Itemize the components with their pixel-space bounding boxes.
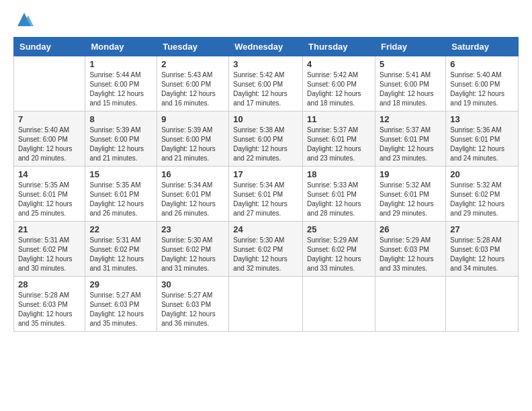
day-info: Sunrise: 5:31 AM Sunset: 6:02 PM Dayligh… xyxy=(18,236,81,273)
day-number: 10 xyxy=(233,114,298,124)
calendar-cell: 25Sunrise: 5:29 AM Sunset: 6:02 PM Dayli… xyxy=(303,222,375,277)
day-info: Sunrise: 5:32 AM Sunset: 6:02 PM Dayligh… xyxy=(450,181,514,218)
calendar-cell: 18Sunrise: 5:33 AM Sunset: 6:01 PM Dayli… xyxy=(303,167,375,222)
logo xyxy=(13,10,34,29)
day-info: Sunrise: 5:28 AM Sunset: 6:03 PM Dayligh… xyxy=(450,236,514,273)
logo-icon xyxy=(15,10,34,29)
calendar-cell: 4Sunrise: 5:42 AM Sunset: 6:00 PM Daylig… xyxy=(303,56,375,111)
day-number: 25 xyxy=(307,224,371,234)
calendar-cell: 14Sunrise: 5:35 AM Sunset: 6:01 PM Dayli… xyxy=(14,167,85,222)
day-number: 17 xyxy=(233,169,298,179)
day-number: 11 xyxy=(307,114,371,124)
day-number: 6 xyxy=(450,59,514,69)
calendar-cell: 21Sunrise: 5:31 AM Sunset: 6:02 PM Dayli… xyxy=(14,222,85,277)
day-info: Sunrise: 5:34 AM Sunset: 6:01 PM Dayligh… xyxy=(161,181,224,218)
week-row-5: 28Sunrise: 5:28 AM Sunset: 6:03 PM Dayli… xyxy=(14,277,519,332)
day-number: 23 xyxy=(161,224,224,234)
calendar-cell xyxy=(14,56,85,111)
day-info: Sunrise: 5:39 AM Sunset: 6:00 PM Dayligh… xyxy=(161,126,224,163)
day-info: Sunrise: 5:32 AM Sunset: 6:01 PM Dayligh… xyxy=(380,181,441,218)
day-info: Sunrise: 5:37 AM Sunset: 6:01 PM Dayligh… xyxy=(307,126,371,163)
col-header-monday: Monday xyxy=(85,38,157,56)
day-number: 13 xyxy=(450,114,514,124)
day-number: 27 xyxy=(450,224,514,234)
col-header-saturday: Saturday xyxy=(446,38,519,56)
calendar-cell: 5Sunrise: 5:41 AM Sunset: 6:00 PM Daylig… xyxy=(375,56,445,111)
calendar-cell: 23Sunrise: 5:30 AM Sunset: 6:02 PM Dayli… xyxy=(157,222,229,277)
calendar-header-row: SundayMondayTuesdayWednesdayThursdayFrid… xyxy=(14,38,519,56)
col-header-tuesday: Tuesday xyxy=(157,38,229,56)
day-info: Sunrise: 5:42 AM Sunset: 6:00 PM Dayligh… xyxy=(307,71,371,108)
calendar-cell: 26Sunrise: 5:29 AM Sunset: 6:03 PM Dayli… xyxy=(375,222,445,277)
day-info: Sunrise: 5:29 AM Sunset: 6:03 PM Dayligh… xyxy=(380,236,441,273)
calendar-cell: 24Sunrise: 5:30 AM Sunset: 6:02 PM Dayli… xyxy=(229,222,303,277)
calendar-cell: 1Sunrise: 5:44 AM Sunset: 6:00 PM Daylig… xyxy=(85,56,157,111)
calendar-cell: 9Sunrise: 5:39 AM Sunset: 6:00 PM Daylig… xyxy=(157,111,229,167)
day-info: Sunrise: 5:39 AM Sunset: 6:00 PM Dayligh… xyxy=(89,126,152,163)
day-number: 7 xyxy=(18,114,81,124)
day-info: Sunrise: 5:40 AM Sunset: 6:00 PM Dayligh… xyxy=(450,71,514,108)
day-number: 26 xyxy=(380,224,441,234)
day-number: 15 xyxy=(89,169,152,179)
day-info: Sunrise: 5:44 AM Sunset: 6:00 PM Dayligh… xyxy=(89,71,152,108)
logo-text xyxy=(13,10,34,29)
page: SundayMondayTuesdayWednesdayThursdayFrid… xyxy=(0,0,532,411)
week-row-2: 7Sunrise: 5:40 AM Sunset: 6:00 PM Daylig… xyxy=(14,111,519,167)
col-header-sunday: Sunday xyxy=(14,38,85,56)
calendar-cell xyxy=(303,277,375,332)
calendar-cell: 19Sunrise: 5:32 AM Sunset: 6:01 PM Dayli… xyxy=(375,167,445,222)
day-info: Sunrise: 5:35 AM Sunset: 6:01 PM Dayligh… xyxy=(18,181,81,218)
day-info: Sunrise: 5:31 AM Sunset: 6:02 PM Dayligh… xyxy=(89,236,152,273)
header xyxy=(13,10,519,29)
day-info: Sunrise: 5:28 AM Sunset: 6:03 PM Dayligh… xyxy=(18,291,81,328)
calendar-cell: 10Sunrise: 5:38 AM Sunset: 6:00 PM Dayli… xyxy=(229,111,303,167)
calendar-cell: 13Sunrise: 5:36 AM Sunset: 6:01 PM Dayli… xyxy=(446,111,519,167)
calendar-cell: 20Sunrise: 5:32 AM Sunset: 6:02 PM Dayli… xyxy=(446,167,519,222)
day-number: 3 xyxy=(233,59,298,69)
calendar: SundayMondayTuesdayWednesdayThursdayFrid… xyxy=(13,37,519,332)
day-info: Sunrise: 5:29 AM Sunset: 6:02 PM Dayligh… xyxy=(307,236,371,273)
day-info: Sunrise: 5:36 AM Sunset: 6:01 PM Dayligh… xyxy=(450,126,514,163)
col-header-thursday: Thursday xyxy=(303,38,375,56)
calendar-cell: 29Sunrise: 5:27 AM Sunset: 6:03 PM Dayli… xyxy=(85,277,157,332)
calendar-cell: 7Sunrise: 5:40 AM Sunset: 6:00 PM Daylig… xyxy=(14,111,85,167)
day-number: 20 xyxy=(450,169,514,179)
col-header-wednesday: Wednesday xyxy=(229,38,303,56)
day-info: Sunrise: 5:42 AM Sunset: 6:00 PM Dayligh… xyxy=(233,71,298,108)
day-info: Sunrise: 5:35 AM Sunset: 6:01 PM Dayligh… xyxy=(89,181,152,218)
day-number: 14 xyxy=(18,169,81,179)
day-number: 9 xyxy=(161,114,224,124)
day-number: 8 xyxy=(89,114,152,124)
calendar-cell: 22Sunrise: 5:31 AM Sunset: 6:02 PM Dayli… xyxy=(85,222,157,277)
day-number: 28 xyxy=(18,279,81,289)
day-info: Sunrise: 5:37 AM Sunset: 6:01 PM Dayligh… xyxy=(380,126,441,163)
calendar-cell: 3Sunrise: 5:42 AM Sunset: 6:00 PM Daylig… xyxy=(229,56,303,111)
calendar-cell: 8Sunrise: 5:39 AM Sunset: 6:00 PM Daylig… xyxy=(85,111,157,167)
day-number: 2 xyxy=(161,59,224,69)
day-number: 4 xyxy=(307,59,371,69)
day-info: Sunrise: 5:27 AM Sunset: 6:03 PM Dayligh… xyxy=(161,291,224,328)
day-number: 12 xyxy=(380,114,441,124)
day-number: 16 xyxy=(161,169,224,179)
calendar-cell: 16Sunrise: 5:34 AM Sunset: 6:01 PM Dayli… xyxy=(157,167,229,222)
day-info: Sunrise: 5:30 AM Sunset: 6:02 PM Dayligh… xyxy=(161,236,224,273)
week-row-3: 14Sunrise: 5:35 AM Sunset: 6:01 PM Dayli… xyxy=(14,167,519,222)
calendar-cell: 28Sunrise: 5:28 AM Sunset: 6:03 PM Dayli… xyxy=(14,277,85,332)
calendar-cell: 6Sunrise: 5:40 AM Sunset: 6:00 PM Daylig… xyxy=(446,56,519,111)
day-info: Sunrise: 5:33 AM Sunset: 6:01 PM Dayligh… xyxy=(307,181,371,218)
day-number: 5 xyxy=(380,59,441,69)
day-info: Sunrise: 5:30 AM Sunset: 6:02 PM Dayligh… xyxy=(233,236,298,273)
day-number: 24 xyxy=(233,224,298,234)
day-number: 22 xyxy=(89,224,152,234)
day-info: Sunrise: 5:41 AM Sunset: 6:00 PM Dayligh… xyxy=(380,71,441,108)
calendar-cell: 11Sunrise: 5:37 AM Sunset: 6:01 PM Dayli… xyxy=(303,111,375,167)
day-info: Sunrise: 5:27 AM Sunset: 6:03 PM Dayligh… xyxy=(89,291,152,328)
calendar-cell: 12Sunrise: 5:37 AM Sunset: 6:01 PM Dayli… xyxy=(375,111,445,167)
day-number: 30 xyxy=(161,279,224,289)
day-number: 18 xyxy=(307,169,371,179)
day-info: Sunrise: 5:38 AM Sunset: 6:00 PM Dayligh… xyxy=(233,126,298,163)
day-info: Sunrise: 5:40 AM Sunset: 6:00 PM Dayligh… xyxy=(18,126,81,163)
col-header-friday: Friday xyxy=(375,38,445,56)
week-row-4: 21Sunrise: 5:31 AM Sunset: 6:02 PM Dayli… xyxy=(14,222,519,277)
day-number: 19 xyxy=(380,169,441,179)
